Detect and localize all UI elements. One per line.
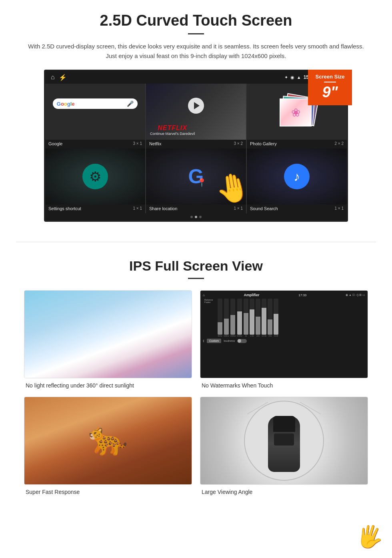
eq-label-5: 1k [245, 335, 247, 337]
google-cell-bg: Google 🎤 [45, 84, 145, 140]
app-label-share: Share location 1 × 1 [146, 205, 246, 213]
google-search-bar[interactable]: Google 🎤 [53, 98, 138, 109]
netflix-overlay: NETFLIX Continue Marvel's Daredevil [150, 124, 195, 136]
status-bar-left: ⌂ ⚡ [51, 74, 67, 81]
app-cell-settings[interactable]: ⚙ [45, 149, 145, 205]
pagination-dot-1 [190, 216, 193, 218]
amp-home-icon: ⌂ [203, 293, 205, 297]
app-label-photo-gallery: Photo Gallery 2 × 2 [247, 140, 347, 149]
viewing-angle-line-right [300, 402, 321, 414]
usb-icon: ⚡ [59, 74, 67, 81]
pagination-dot-3 [199, 216, 202, 218]
amp-header: ⌂ Amplifier 17:33 ◉ ▲ ⊡ ◁) ⊠ ▭ [203, 293, 365, 297]
photo-gallery-size: 2 × 2 [334, 141, 344, 146]
eq-label-8: 12.5k [262, 335, 266, 337]
gear-icon: ⚙ [89, 169, 101, 185]
app-label-google: Google 3 × 1 [45, 140, 145, 149]
eq-fill-10 [274, 314, 278, 335]
amp-icons: ◉ ▲ ⊡ ◁) ⊠ ▭ [346, 293, 365, 297]
amp-title: Amplifier [244, 293, 260, 297]
eq-track-6 [250, 299, 254, 335]
eq-group-7: 10k [256, 299, 260, 337]
no-light-caption: No light reflecting under 360° direct su… [24, 382, 192, 389]
no-light-image-box [24, 290, 192, 378]
eq-group-6: 2.5k [250, 299, 254, 337]
car-image [200, 397, 368, 484]
sound-size: 1 × 1 [334, 206, 344, 211]
balance-label: BalanceFader [204, 299, 216, 337]
eq-group-3: 200hz [230, 299, 236, 337]
settings-gear-circle: ⚙ [82, 164, 108, 189]
eq-track-4 [237, 299, 242, 335]
car-windshield [273, 416, 295, 432]
eq-labels-row: BalanceFader 60hz [203, 299, 365, 337]
eq-label-7: 10k [256, 335, 260, 337]
section1-description: With 2.5D curved-display screen, this de… [24, 42, 368, 61]
share-cell-bg: G 📍 🤚 [146, 149, 246, 205]
app-cell-netflix[interactable]: NETFLIX Continue Marvel's Daredevil [146, 84, 246, 140]
feature-super-fast: 🐆 Super Fast Response [24, 397, 192, 495]
badge-divider [324, 82, 336, 82]
super-fast-caption: Super Fast Response [24, 489, 192, 495]
super-fast-image-box: 🐆 [24, 397, 192, 485]
amp-time: 17:33 [298, 293, 306, 297]
settings-cell-content: ⚙ [45, 149, 145, 205]
sky-image [24, 291, 192, 378]
google-label: Google [48, 141, 62, 146]
app-label-row1: Google 3 × 1 Netflix 3 × 2 Photo Gallery… [45, 140, 347, 149]
netflix-subtitle: Continue Marvel's Daredevil [150, 132, 195, 136]
amp-toggle-knob [238, 339, 241, 343]
settings-size: 1 × 1 [133, 206, 142, 211]
badge-title: Screen Size [312, 74, 348, 80]
device-container: Screen Size 9" ⌂ ⚡ ✦ ◉ ▲ 15:06 ⊡ [24, 70, 368, 222]
large-viewing-image-box [200, 397, 368, 485]
no-watermarks-caption: No Watermarks When Touch [200, 382, 368, 389]
share-label: Share location [149, 206, 177, 211]
eq-fill-5 [244, 313, 248, 335]
app-grid-row2: ⚙ G 📍 [45, 149, 347, 205]
eq-fill-2 [224, 319, 229, 335]
amp-custom-btn[interactable]: Custom [207, 339, 221, 343]
amp-prev: ⟪ [203, 339, 204, 343]
eq-label-3: 200hz [230, 335, 236, 337]
section2-divider [188, 278, 204, 279]
play-button[interactable] [188, 98, 204, 114]
app-grid-row1: Google 🎤 [45, 84, 347, 140]
section-curved-screen: 2.5D Curved Touch Screen With 2.5D curve… [0, 0, 392, 230]
eq-fill-4 [237, 311, 242, 335]
app-cell-sound-search[interactable]: ♪ [247, 149, 347, 205]
share-size: 1 × 1 [234, 206, 243, 211]
netflix-bg: NETFLIX Continue Marvel's Daredevil [146, 84, 246, 140]
eq-label-10: SUB [274, 335, 278, 337]
eq-track-7 [256, 299, 260, 335]
feature-large-viewing: Large Viewing Angle [200, 397, 368, 495]
app-cell-share-location[interactable]: G 📍 🤚 [146, 149, 246, 205]
music-note-icon: ♪ [294, 169, 300, 184]
app-label-row2: Settings shortcut 1 × 1 Share location 1… [45, 205, 347, 213]
eq-group-4: 500hz [237, 299, 242, 337]
large-viewing-caption: Large Viewing Angle [200, 489, 368, 495]
viewing-angle-line-left [247, 402, 268, 414]
eq-label-6: 2.5k [250, 335, 254, 337]
app-cell-google[interactable]: Google 🎤 [45, 84, 145, 140]
bluetooth-icon: ✦ [284, 75, 288, 80]
car-circle [244, 401, 324, 481]
badge-size: 9" [322, 84, 338, 100]
app-label-netflix: Netflix 3 × 2 [146, 140, 246, 149]
eq-fill-8 [262, 308, 266, 335]
eq-group-9: 15k [268, 299, 272, 337]
maps-pin-icon: 📍 [197, 178, 207, 187]
settings-label: Settings shortcut [48, 206, 81, 211]
netflix-size: 3 × 2 [234, 141, 243, 146]
section1-title: 2.5D Curved Touch Screen [24, 12, 368, 29]
amp-toggle[interactable] [237, 339, 247, 343]
eq-track-1 [218, 299, 222, 335]
eq-track-10 [274, 299, 278, 335]
android-screen: ⌂ ⚡ ✦ ◉ ▲ 15:06 ⊡ ◁) ⊠ ▭ [44, 70, 348, 222]
eq-bars-container: 60hz 100hz [218, 299, 278, 337]
eq-group-2: 100hz [224, 299, 229, 337]
sound-label: Sound Search [250, 206, 278, 211]
sound-search-content: ♪ [247, 149, 347, 205]
eq-label-1: 60hz [218, 335, 222, 337]
screen-size-badge: Screen Size 9" [308, 70, 352, 105]
